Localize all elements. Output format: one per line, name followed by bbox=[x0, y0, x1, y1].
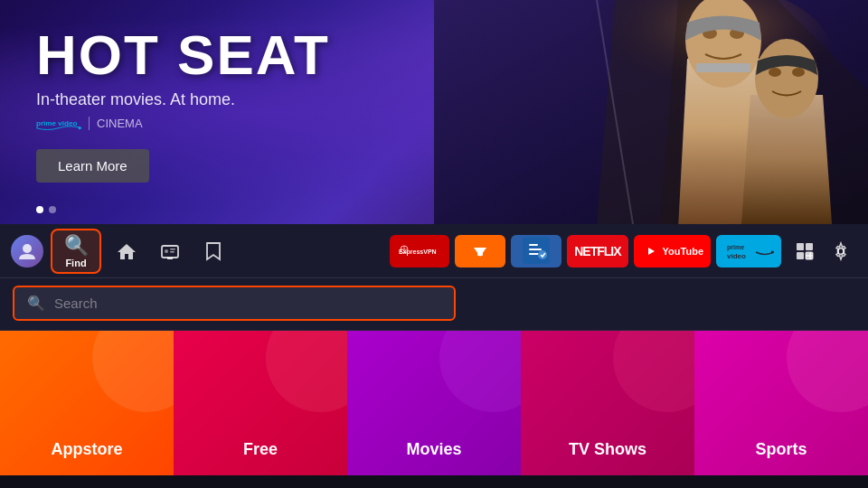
home-button[interactable] bbox=[108, 233, 145, 269]
home-icon bbox=[117, 241, 137, 261]
hero-cinema-label: CINEMA bbox=[89, 117, 143, 130]
live-tv-button[interactable] bbox=[152, 233, 188, 269]
svg-rect-39 bbox=[797, 243, 804, 250]
settings-button[interactable] bbox=[825, 235, 857, 267]
svg-point-11 bbox=[755, 39, 818, 118]
find-label: Find bbox=[65, 258, 86, 268]
find-button[interactable]: 🔍 Find bbox=[51, 229, 101, 274]
hero-subtitle: In-theater movies. At home. bbox=[36, 90, 330, 109]
learn-more-button[interactable]: Learn More bbox=[36, 149, 149, 183]
navbar: 🔍 Find ExpressVPN bbox=[0, 224, 868, 278]
search-icon: 🔍 bbox=[64, 234, 89, 258]
expressvpn-label: ExpressVPN bbox=[397, 240, 442, 262]
downloader-app[interactable] bbox=[455, 235, 505, 267]
search-placeholder: Search bbox=[54, 296, 98, 311]
category-grid: Appstore Free Movies TV Shows Sports bbox=[0, 331, 868, 475]
category-free-label: Free bbox=[243, 440, 278, 459]
youtube-label: YouTube bbox=[663, 246, 703, 257]
svg-rect-40 bbox=[806, 243, 813, 250]
watchlist-button[interactable] bbox=[195, 233, 231, 269]
category-appstore-label: Appstore bbox=[51, 440, 122, 459]
hero-brand: prime video CINEMA bbox=[36, 115, 330, 131]
category-sports[interactable]: Sports bbox=[694, 331, 868, 475]
downloader-svg bbox=[467, 237, 494, 264]
category-movies-label: Movies bbox=[406, 440, 461, 459]
cat-circle-sports bbox=[787, 331, 868, 412]
svg-rect-22 bbox=[170, 251, 175, 253]
category-tvshows[interactable]: TV Shows bbox=[521, 331, 694, 475]
downloader-icon bbox=[467, 237, 494, 266]
svg-text:prime: prime bbox=[727, 244, 744, 251]
category-sports-label: Sports bbox=[755, 440, 807, 459]
category-movies[interactable]: Movies bbox=[347, 331, 521, 475]
search-bar-icon: 🔍 bbox=[27, 295, 45, 312]
svg-point-20 bbox=[165, 249, 168, 253]
hero-pagination-dots bbox=[36, 206, 56, 213]
hero-title: HOT SEAT bbox=[36, 27, 330, 83]
prime-video-app[interactable]: prime video bbox=[716, 235, 781, 267]
hero-image-area bbox=[434, 0, 868, 224]
svg-rect-27 bbox=[477, 253, 483, 256]
expressvpn-app[interactable]: ExpressVPN bbox=[390, 235, 449, 267]
svg-rect-30 bbox=[529, 249, 542, 250]
filelinked-svg bbox=[523, 237, 550, 264]
svg-point-13 bbox=[792, 68, 805, 77]
bookmark-icon bbox=[205, 241, 222, 261]
svg-rect-19 bbox=[167, 258, 173, 259]
svg-rect-41 bbox=[797, 252, 804, 259]
svg-rect-29 bbox=[529, 244, 538, 246]
category-free[interactable]: Free bbox=[174, 331, 347, 475]
cat-circle-appstore bbox=[92, 331, 174, 412]
category-appstore[interactable]: Appstore bbox=[0, 331, 174, 475]
svg-rect-18 bbox=[162, 246, 178, 258]
youtube-app[interactable]: YouTube bbox=[634, 235, 711, 267]
hero-banner: HOT SEAT In-theater movies. At home. pri… bbox=[0, 0, 868, 224]
hero-content: HOT SEAT In-theater movies. At home. pri… bbox=[36, 27, 330, 183]
category-tvshows-label: TV Shows bbox=[569, 440, 646, 459]
svg-marker-17 bbox=[118, 244, 136, 259]
svg-point-32 bbox=[538, 250, 547, 259]
svg-rect-21 bbox=[170, 249, 175, 250]
expressvpn-svg: ExpressVPN bbox=[397, 240, 442, 260]
prime-video-svg: prime video bbox=[723, 239, 774, 264]
prime-video-logo: prime video bbox=[36, 115, 81, 131]
grid-icon bbox=[795, 241, 815, 261]
search-bar[interactable]: 🔍 Search bbox=[13, 286, 456, 321]
dot-1[interactable] bbox=[36, 206, 43, 213]
svg-point-12 bbox=[769, 68, 781, 77]
netflix-app[interactable]: NETFLIX bbox=[567, 235, 627, 267]
filelinked-icon bbox=[523, 237, 550, 266]
svg-text:video: video bbox=[727, 252, 746, 260]
tv-icon bbox=[160, 241, 180, 261]
cat-circle-tvshows bbox=[613, 331, 694, 412]
cat-circle-free bbox=[266, 331, 347, 412]
svg-marker-15 bbox=[79, 127, 81, 130]
svg-rect-9 bbox=[696, 63, 750, 72]
user-avatar[interactable] bbox=[11, 235, 43, 267]
gear-icon bbox=[831, 241, 851, 261]
svg-point-16 bbox=[23, 244, 32, 253]
netflix-label: NETFLIX bbox=[574, 244, 620, 258]
filelinked-app[interactable] bbox=[511, 235, 561, 267]
search-section: 🔍 Search bbox=[0, 278, 868, 331]
cat-circle-movies bbox=[439, 331, 521, 412]
app-shortcuts: ExpressVPN bbox=[390, 235, 781, 267]
apps-grid-button[interactable] bbox=[788, 235, 821, 267]
prime-smile-svg: prime video bbox=[36, 115, 81, 131]
youtube-play-icon bbox=[641, 245, 659, 258]
dot-2[interactable] bbox=[49, 206, 56, 213]
avatar-icon bbox=[17, 241, 37, 261]
nav-right-controls bbox=[788, 235, 857, 267]
hero-characters-svg bbox=[434, 0, 868, 224]
